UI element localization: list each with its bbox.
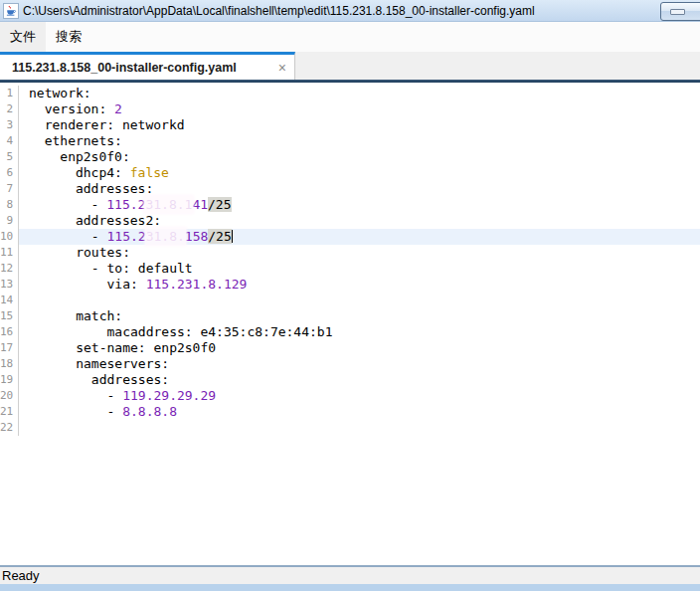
token: macaddress: e4:35:c8:7e:44:b1 bbox=[29, 324, 332, 339]
code-line[interactable]: 21 - 8.8.8.8 bbox=[0, 404, 700, 420]
token: 115.2 bbox=[106, 197, 145, 212]
code-text: version: 2 bbox=[19, 101, 122, 117]
code-line[interactable]: 2 version: 2 bbox=[0, 101, 700, 117]
code-line[interactable]: 12 - to: default bbox=[0, 261, 700, 277]
code-line[interactable]: 3 renderer: networkd bbox=[0, 117, 700, 133]
code-line[interactable]: 9 addresses2: bbox=[0, 213, 700, 229]
code-line[interactable]: 20 - 119.29.29.29 bbox=[0, 388, 700, 404]
code-line[interactable]: 7 addresses: bbox=[0, 181, 700, 197]
token: /25 bbox=[208, 229, 231, 244]
token: /25 bbox=[208, 197, 231, 212]
token: 119.29.29.29 bbox=[122, 388, 216, 403]
code-line[interactable]: 17 set-name: enp2s0f0 bbox=[0, 340, 700, 356]
token: routes: bbox=[29, 245, 130, 260]
code-text: ethernets: bbox=[19, 133, 122, 149]
code-line[interactable]: 16 macaddress: e4:35:c8:7e:44:b1 bbox=[0, 324, 700, 340]
line-number: 21 bbox=[0, 404, 19, 420]
code-text: - 115.231.8.141/25 bbox=[19, 197, 232, 213]
token: via: bbox=[29, 277, 145, 292]
code-text: macaddress: e4:35:c8:7e:44:b1 bbox=[19, 324, 332, 340]
token: 2 bbox=[114, 101, 122, 116]
token: dhcp4: bbox=[29, 165, 130, 180]
token: 41 bbox=[192, 197, 208, 212]
code-text: routes: bbox=[19, 245, 130, 261]
code-line[interactable]: 4 ethernets: bbox=[0, 133, 700, 149]
token: 115.2 bbox=[107, 229, 146, 244]
line-number: 2 bbox=[0, 101, 19, 117]
code-text: match: bbox=[19, 308, 122, 324]
line-number: 1 bbox=[0, 86, 19, 101]
token: set-name: enp2s0f0 bbox=[29, 340, 216, 355]
token: nameservers: bbox=[29, 356, 169, 371]
line-number: 10 bbox=[0, 229, 19, 245]
line-number: 7 bbox=[0, 181, 19, 197]
code-line[interactable]: 5 enp2s0f0: bbox=[0, 149, 700, 165]
line-number: 20 bbox=[0, 388, 19, 404]
tab-strip: 115.231.8.158_00-installer-config.yaml × bbox=[0, 52, 700, 80]
token: ethernets: bbox=[29, 133, 122, 148]
token: - bbox=[29, 229, 106, 244]
code-line[interactable]: 15 match: bbox=[0, 308, 700, 324]
tab-yaml-file[interactable]: 115.231.8.158_00-installer-config.yaml × bbox=[0, 52, 295, 80]
token: - bbox=[29, 404, 122, 419]
code-line[interactable]: 19 addresses: bbox=[0, 372, 700, 388]
text-cursor bbox=[232, 230, 234, 243]
code-text: addresses2: bbox=[19, 213, 161, 229]
code-text: - 8.8.8.8 bbox=[19, 404, 177, 420]
code-text: - to: default bbox=[19, 261, 192, 277]
token: false bbox=[130, 165, 169, 180]
close-icon[interactable]: × bbox=[278, 61, 286, 75]
line-number: 14 bbox=[0, 293, 19, 308]
token: version: bbox=[29, 101, 114, 116]
code-text: set-name: enp2s0f0 bbox=[19, 340, 216, 356]
token: addresses2: bbox=[29, 213, 161, 228]
code-line[interactable]: 18 nameservers: bbox=[0, 356, 700, 372]
minimize-dash-icon bbox=[670, 9, 685, 15]
line-number: 15 bbox=[0, 308, 19, 324]
title-bar[interactable]: C:\Users\Administrator\AppData\Local\fin… bbox=[0, 0, 700, 22]
code-text: - 115.231.8.158/25 bbox=[19, 229, 233, 245]
token: match: bbox=[29, 308, 122, 323]
token: 8.8.8.8 bbox=[122, 404, 177, 419]
line-number: 6 bbox=[0, 165, 19, 181]
code-line[interactable]: 11 routes: bbox=[0, 245, 700, 261]
token: addresses: bbox=[29, 372, 169, 387]
line-number: 9 bbox=[0, 213, 19, 229]
token: 115.231.8.129 bbox=[146, 277, 248, 292]
token: 158 bbox=[185, 229, 208, 244]
menu-item-search[interactable]: 搜索 bbox=[46, 22, 91, 52]
token: network: bbox=[29, 86, 91, 100]
code-text: renderer: networkd bbox=[19, 117, 185, 133]
code-line[interactable]: 10 - 115.231.8.158/25 bbox=[0, 229, 700, 245]
line-number: 13 bbox=[0, 277, 19, 293]
code-text: via: 115.231.8.129 bbox=[19, 277, 247, 293]
redacted-text: 31.8.1 bbox=[145, 197, 192, 212]
token: - bbox=[29, 388, 122, 403]
status-text: Ready bbox=[2, 568, 40, 583]
line-number: 12 bbox=[0, 261, 19, 277]
minimize-button[interactable] bbox=[660, 2, 700, 21]
token: renderer: networkd bbox=[29, 117, 185, 132]
code-line[interactable]: 6 dhcp4: false bbox=[0, 165, 700, 181]
code-line[interactable]: 1network: bbox=[0, 86, 700, 101]
java-coffee-cup-icon bbox=[3, 3, 19, 19]
code-text: - 119.29.29.29 bbox=[19, 388, 216, 404]
line-number: 4 bbox=[0, 133, 19, 149]
menu-item-file[interactable]: 文件 bbox=[0, 22, 46, 52]
code-text: network: bbox=[19, 86, 91, 101]
token: - to: default bbox=[29, 261, 192, 276]
window-bottom-border bbox=[0, 584, 700, 591]
code-line[interactable]: 13 via: 115.231.8.129 bbox=[0, 277, 700, 293]
code-text: addresses: bbox=[19, 372, 169, 388]
code-text: enp2s0f0: bbox=[19, 149, 130, 165]
line-number: 22 bbox=[0, 420, 19, 436]
code-line[interactable]: 22 bbox=[0, 420, 700, 436]
line-number: 19 bbox=[0, 372, 19, 388]
status-bar: Ready bbox=[0, 565, 700, 584]
token: enp2s0f0: bbox=[29, 149, 130, 164]
code-editor[interactable]: 1network:2 version: 23 renderer: network… bbox=[0, 83, 700, 565]
code-line[interactable]: 8 - 115.231.8.141/25 bbox=[0, 197, 700, 213]
code-line[interactable]: 14 bbox=[0, 293, 700, 308]
token: - bbox=[29, 197, 106, 212]
code-text: nameservers: bbox=[19, 356, 169, 372]
